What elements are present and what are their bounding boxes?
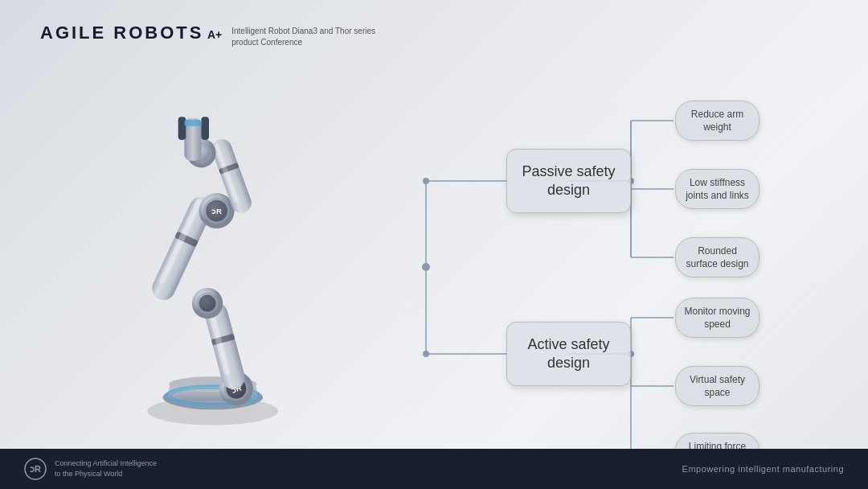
footer-left: ↄR Connecting Artificial Intelligence to…: [24, 458, 157, 480]
svg-text:ↄR: ↄR: [30, 464, 41, 474]
svg-rect-30: [201, 117, 209, 140]
diagram: Passive safety design Active safety desi…: [346, 56, 844, 466]
monitor-moving-speed-node: Monitor moving speed: [675, 298, 760, 338]
passive-safety-node: Passive safety design: [506, 149, 631, 213]
brand-title: AGILE ROBOTS: [40, 23, 203, 43]
diagram-lines: [346, 56, 844, 466]
svg-rect-31: [184, 120, 201, 126]
rounded-surface-node: Rounded surface design: [675, 237, 760, 277]
footer-logo-icon: ↄR: [24, 458, 47, 480]
header: AGILE ROBOTS A+ Intelligent Robot Diana3…: [40, 23, 375, 48]
svg-point-15: [199, 295, 216, 312]
svg-point-50: [422, 263, 430, 271]
virtual-safety-space-node: Virtual safety space: [675, 366, 760, 406]
footer-right-text: Empowering intelligent manufacturing: [682, 464, 844, 474]
svg-rect-29: [178, 117, 186, 140]
footer: ↄR Connecting Artificial Intelligence to…: [0, 449, 868, 489]
robot-area: ↄR ↄR: [24, 48, 394, 450]
svg-text:ↄR: ↄR: [211, 207, 222, 216]
footer-tagline: Connecting Artificial Intelligence to th…: [55, 458, 157, 479]
low-stiffness-node: Low stiffness joints and links: [675, 169, 760, 209]
brand-plus: A+: [207, 28, 222, 41]
reduce-arm-weight-node: Reduce arm weight: [675, 101, 760, 141]
header-subtitle: Intelligent Robot Diana3 and Thor series…: [231, 23, 375, 48]
svg-point-49: [423, 351, 429, 357]
svg-point-48: [423, 178, 429, 184]
active-safety-node: Active safety design: [506, 322, 631, 386]
robot-illustration: ↄR ↄR: [64, 64, 354, 434]
